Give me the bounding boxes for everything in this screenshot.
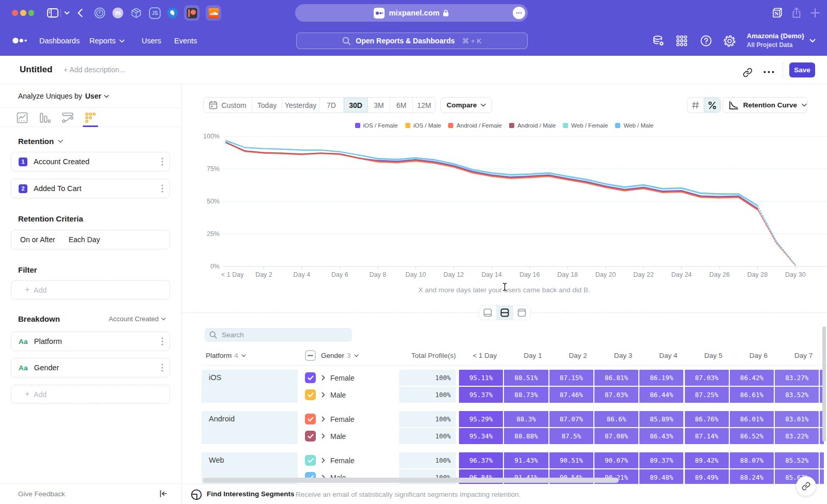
date-range-yesterday[interactable]: Yesterday [282,98,319,113]
retention-criteria-card[interactable]: On or After Each Day [11,230,170,249]
column-day-header[interactable]: Day 7 [775,352,813,359]
patreon-icon[interactable] [184,5,200,21]
checkbox-female[interactable] [305,372,316,383]
legend-item-ios-male[interactable]: iOS / Male [405,122,441,129]
m-avatar-icon[interactable]: m [112,7,124,19]
column-day-header[interactable]: Day 6 [730,352,768,359]
retention-cell[interactable]: 95.29% [459,411,503,427]
retention-cell[interactable]: 95.37% [459,387,503,403]
layout-table-focus-button[interactable] [513,306,530,320]
legend-item-android-male[interactable]: Android / Male [509,122,556,129]
nav-item-events[interactable]: Events [174,26,197,56]
minimize-window-button[interactable] [20,10,26,16]
kebab-menu-icon[interactable] [161,364,163,372]
column-day-header[interactable]: < 1 Day [459,352,497,359]
kebab-menu-icon[interactable] [161,184,163,193]
add-filter-button[interactable]: + Add [11,280,170,300]
retention-cell[interactable]: 87.03% [685,370,729,386]
format-percent-button[interactable] [704,98,721,113]
gender-row-web-female[interactable]: Female [305,452,355,468]
step-card-account-created[interactable]: 1 Account Created [11,152,170,171]
bird-icon[interactable] [167,7,178,19]
date-range-3m[interactable]: 3M [368,98,390,113]
retention-cell[interactable]: 88.51% [504,370,548,386]
retention-cell[interactable]: 95.11% [459,370,503,386]
breakdown-event-selector[interactable]: Account Created [109,315,166,323]
retention-cell[interactable]: 91.43% [504,452,548,468]
nav-item-reports[interactable]: Reports [89,26,125,56]
tab-retention[interactable] [83,110,98,125]
retention-cell[interactable]: 95.34% [459,428,503,444]
retention-cell[interactable]: 87.15% [549,370,593,386]
url-more-button[interactable] [513,7,525,19]
breakdown-card-gender[interactable]: Aa Gender [11,358,170,377]
retention-cell[interactable]: 89.49% [685,469,729,484]
settings-gear-icon[interactable] [724,35,736,47]
js-icon[interactable]: JS [149,7,161,19]
layout-split-button[interactable] [496,306,513,320]
apps-grid-icon[interactable] [676,35,687,46]
retention-cell[interactable]: 88.3% [504,411,548,427]
column-gender[interactable]: Gender3 [305,350,359,361]
more-options-icon[interactable] [763,71,774,73]
retention-cell[interactable]: 83.52% [775,387,819,403]
back-icon[interactable] [77,8,83,18]
soundcloud-icon[interactable] [206,5,221,21]
maximize-window-button[interactable] [28,10,35,16]
kebab-menu-icon[interactable] [161,158,163,166]
date-range-today[interactable]: Today [252,98,282,113]
column-day-header[interactable]: Day 3 [594,352,632,359]
platform-cell-ios[interactable]: iOS [202,370,298,403]
date-range-7d[interactable]: 7D [319,98,344,113]
column-day-header[interactable]: Day 5 [685,352,723,359]
gender-row-ios-male[interactable]: Male [305,387,346,403]
retention-cell[interactable]: 86.19% [639,370,683,386]
share-link-fab[interactable] [796,476,816,496]
retention-cell[interactable]: 96.37% [459,452,503,468]
vertical-scrollbar[interactable] [822,326,826,442]
retention-cell[interactable]: 88.24% [730,469,774,484]
date-range-6m[interactable]: 6M [390,98,413,113]
criteria-interval[interactable]: Each Day [69,235,100,244]
column-day-header[interactable]: Day 1 [504,352,542,359]
legend-item-web-male[interactable]: Web / Male [615,122,653,129]
retention-cell[interactable]: 86.81% [594,370,638,386]
retention-cell[interactable]: 87.03% [594,387,638,403]
nav-item-dashboards[interactable]: Dashboards [39,26,80,56]
retention-section-header[interactable]: Retention [18,137,63,146]
tab-insights[interactable] [14,110,30,125]
report-title[interactable]: Untitled [20,65,52,75]
date-range-custom[interactable]: Custom [204,98,252,113]
legend-item-ios-female[interactable]: iOS / Female [355,122,398,129]
retention-cell[interactable]: 83.27% [775,370,819,386]
analyze-uniques-selector[interactable]: Analyze Uniques by User [18,92,109,100]
retention-cell[interactable]: 85.89% [639,411,683,427]
kebab-menu-icon[interactable] [161,337,163,345]
criteria-mode[interactable]: On or After [20,235,55,244]
legend-item-android-female[interactable]: Android / Female [448,122,502,129]
retention-cell[interactable]: 88.88% [504,428,548,444]
retention-cell[interactable]: 83.01% [775,411,819,427]
retention-cell[interactable]: 87.46% [549,387,593,403]
retention-cell[interactable]: 86.52% [730,428,774,444]
horizontal-scrollbar[interactable] [203,478,619,483]
legend-item-web-female[interactable]: Web / Female [563,122,608,129]
checkbox-female[interactable] [305,455,316,466]
share-icon[interactable] [791,7,802,19]
project-switcher[interactable]: Amazonia {Demo} All Project Data [747,32,804,49]
collapse-sidebar-icon[interactable] [159,490,167,498]
save-button[interactable]: Save [789,62,815,77]
format-absolute-button[interactable] [687,98,704,113]
chevron-down-icon[interactable] [64,11,70,15]
gender-row-android-female[interactable]: Female [305,411,355,427]
retention-cell[interactable]: 87.08% [594,428,638,444]
layout-chart-focus-button[interactable] [479,306,496,320]
gender-row-android-male[interactable]: Male [305,428,346,444]
retention-cell[interactable]: 89.37% [639,452,683,468]
column-day-header[interactable]: Day 2 [549,352,587,359]
chart-view-selector[interactable]: Retention Curve [723,97,807,113]
date-range-30d[interactable]: 30D [344,98,368,113]
retention-cell[interactable]: 89.48% [639,469,683,484]
column-day-header[interactable]: Day 4 [639,352,677,359]
retention-cell[interactable]: 89.42% [685,452,729,468]
